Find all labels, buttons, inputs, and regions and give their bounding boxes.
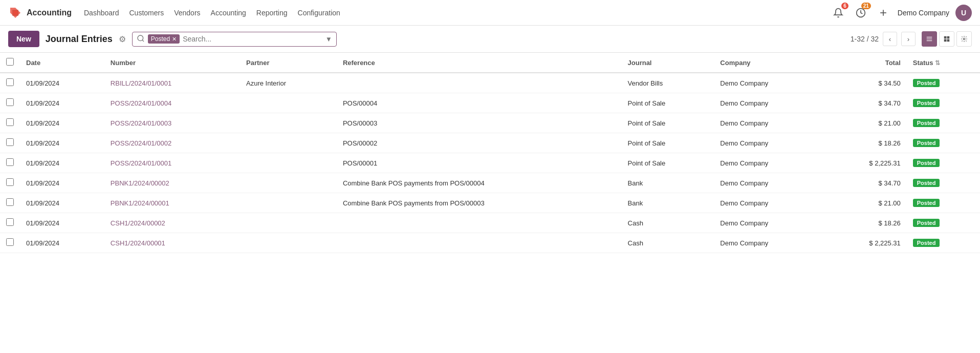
activities-badge: 21: [861, 3, 871, 9]
row-partner: Azure Interior: [240, 73, 337, 93]
row-reference: POS/00002: [337, 133, 622, 153]
svg-rect-11: [947, 39, 950, 42]
row-number[interactable]: POSS/2024/01/0001: [104, 153, 240, 173]
col-total[interactable]: Total: [826, 53, 907, 73]
filter-tag-close-button[interactable]: ✕: [172, 36, 177, 43]
row-journal: Cash: [622, 213, 714, 233]
row-checkbox-cell[interactable]: [0, 113, 20, 133]
row-journal: Point of Sale: [622, 153, 714, 173]
row-checkbox-0[interactable]: [6, 78, 14, 86]
col-reference[interactable]: Reference: [337, 53, 622, 73]
nav-reporting[interactable]: Reporting: [256, 9, 288, 17]
brand[interactable]: Accounting: [8, 6, 72, 20]
row-reference: POS/00003: [337, 113, 622, 133]
new-button[interactable]: New: [8, 31, 39, 47]
row-company: Demo Company: [714, 93, 825, 113]
table-row[interactable]: 01/09/2024 CSH1/2024/00002 Cash Demo Com…: [0, 213, 980, 233]
row-reference: [337, 213, 622, 233]
table-row[interactable]: 01/09/2024 PBNK1/2024/00002 Combine Bank…: [0, 173, 980, 193]
status-badge: Posted: [913, 119, 940, 127]
row-reference: [337, 233, 622, 253]
notifications-button[interactable]: 6: [830, 5, 846, 21]
row-partner: [240, 153, 337, 173]
col-number[interactable]: Number: [104, 53, 240, 73]
row-company: Demo Company: [714, 213, 825, 233]
table-row[interactable]: 01/09/2024 PBNK1/2024/00001 Combine Bank…: [0, 193, 980, 213]
row-checkbox-cell[interactable]: [0, 133, 20, 153]
row-number[interactable]: POSS/2024/01/0004: [104, 93, 240, 113]
status-badge: Posted: [913, 239, 940, 247]
row-number[interactable]: PBNK1/2024/00002: [104, 173, 240, 193]
row-checkbox-7[interactable]: [6, 218, 14, 226]
row-number[interactable]: POSS/2024/01/0003: [104, 113, 240, 133]
row-date: 01/09/2024: [20, 133, 104, 153]
row-checkbox-2[interactable]: [6, 118, 14, 126]
col-journal[interactable]: Journal: [622, 53, 714, 73]
select-all-header[interactable]: [0, 53, 20, 73]
table-row[interactable]: 01/09/2024 CSH1/2024/00001 Cash Demo Com…: [0, 233, 980, 253]
row-company: Demo Company: [714, 173, 825, 193]
view-toggle: [922, 31, 972, 47]
settings-view-button[interactable]: [956, 31, 972, 47]
row-status: Posted: [907, 73, 980, 93]
row-journal: Bank: [622, 193, 714, 213]
col-company[interactable]: Company: [714, 53, 825, 73]
table-row[interactable]: 01/09/2024 POSS/2024/01/0001 POS/00001 P…: [0, 153, 980, 173]
nav-vendors[interactable]: Vendors: [174, 9, 200, 17]
row-total: $ 2,225.31: [826, 233, 907, 253]
table-row[interactable]: 01/09/2024 POSS/2024/01/0004 POS/00004 P…: [0, 93, 980, 113]
row-checkbox-cell[interactable]: [0, 213, 20, 233]
table-row[interactable]: 01/09/2024 POSS/2024/01/0003 POS/00003 P…: [0, 113, 980, 133]
kanban-view-button[interactable]: [939, 31, 954, 47]
svg-point-3: [138, 35, 143, 41]
row-number[interactable]: PBNK1/2024/00001: [104, 193, 240, 213]
search-input[interactable]: [183, 35, 322, 43]
row-checkbox-cell[interactable]: [0, 153, 20, 173]
pagination-prev-button[interactable]: ‹: [883, 32, 897, 46]
row-checkbox-4[interactable]: [6, 158, 14, 166]
row-checkbox-cell[interactable]: [0, 233, 20, 253]
row-checkbox-cell[interactable]: [0, 173, 20, 193]
row-checkbox-6[interactable]: [6, 198, 14, 206]
activities-button[interactable]: 21: [853, 5, 869, 21]
nav-configuration[interactable]: Configuration: [298, 9, 340, 17]
row-partner: [240, 113, 337, 133]
nav-accounting[interactable]: Accounting: [211, 9, 246, 17]
row-number[interactable]: POSS/2024/01/0002: [104, 133, 240, 153]
apps-button[interactable]: [875, 5, 891, 21]
list-view-button[interactable]: [922, 31, 937, 47]
nav-customers[interactable]: Customers: [129, 9, 164, 17]
svg-rect-6: [927, 38, 932, 39]
nav-links: Dashboard Customers Vendors Accounting R…: [84, 9, 340, 17]
search-dropdown-button[interactable]: ▼: [325, 35, 332, 43]
clock-icon: [856, 8, 866, 18]
row-checkbox-1[interactable]: [6, 98, 14, 106]
row-date: 01/09/2024: [20, 113, 104, 133]
row-number[interactable]: CSH1/2024/00002: [104, 213, 240, 233]
table-row[interactable]: 01/09/2024 POSS/2024/01/0002 POS/00002 P…: [0, 133, 980, 153]
nav-dashboard[interactable]: Dashboard: [84, 9, 119, 17]
settings-gear-icon[interactable]: ⚙: [119, 34, 126, 44]
row-checkbox-5[interactable]: [6, 178, 14, 186]
row-checkbox-cell[interactable]: [0, 93, 20, 113]
select-all-checkbox[interactable]: [6, 58, 14, 66]
row-checkbox-3[interactable]: [6, 138, 14, 146]
row-checkbox-8[interactable]: [6, 238, 14, 246]
row-company: Demo Company: [714, 73, 825, 93]
row-number[interactable]: RBILL/2024/01/0001: [104, 73, 240, 93]
status-badge: Posted: [913, 219, 940, 227]
row-partner: [240, 133, 337, 153]
row-checkbox-cell[interactable]: [0, 73, 20, 93]
row-total: $ 21.00: [826, 113, 907, 133]
row-number[interactable]: CSH1/2024/00001: [104, 233, 240, 253]
col-partner[interactable]: Partner: [240, 53, 337, 73]
nav-right: 6 21 Demo Company U: [830, 5, 972, 21]
col-date[interactable]: Date: [20, 53, 104, 73]
row-date: 01/09/2024: [20, 193, 104, 213]
pagination-next-button[interactable]: ›: [901, 32, 916, 46]
row-checkbox-cell[interactable]: [0, 193, 20, 213]
col-status[interactable]: Status ⇅: [907, 53, 980, 73]
table-row[interactable]: 01/09/2024 RBILL/2024/01/0001 Azure Inte…: [0, 73, 980, 93]
row-date: 01/09/2024: [20, 73, 104, 93]
avatar[interactable]: U: [955, 5, 972, 21]
